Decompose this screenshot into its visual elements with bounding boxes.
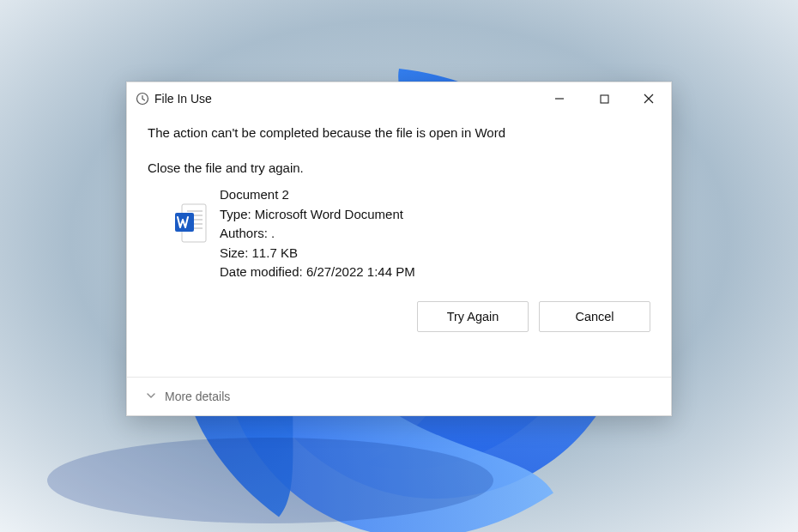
titlebar: File In Use (127, 82, 671, 115)
chevron-down-icon (146, 390, 156, 403)
svg-rect-3 (601, 95, 608, 103)
close-button[interactable] (626, 82, 671, 115)
dialog-body: The action can't be completed because th… (127, 115, 671, 377)
button-row: Try Again Cancel (148, 301, 650, 332)
file-details: Document 2 Type: Microsoft Word Document… (220, 185, 415, 282)
file-in-use-dialog: File In Use The action can't be complete… (126, 82, 672, 416)
try-again-button[interactable]: Try Again (417, 301, 529, 332)
message-main: The action can't be completed because th… (148, 125, 650, 140)
more-details-label: More details (165, 390, 230, 403)
file-authors-line: Authors: . (220, 224, 415, 244)
cancel-button[interactable]: Cancel (539, 301, 650, 332)
clock-history-icon (136, 92, 149, 106)
minimize-icon (554, 94, 565, 104)
file-type-line: Type: Microsoft Word Document (220, 205, 415, 225)
minimize-button[interactable] (537, 82, 582, 115)
maximize-icon (600, 94, 609, 104)
close-icon (644, 94, 654, 104)
word-document-icon (173, 203, 208, 244)
file-modified-line: Date modified: 6/27/2022 1:44 PM (220, 263, 415, 282)
file-info-row: Document 2 Type: Microsoft Word Document… (148, 185, 650, 282)
dialog-title: File In Use (154, 92, 212, 106)
more-details-toggle[interactable]: More details (127, 377, 671, 415)
window-controls (537, 82, 671, 114)
svg-point-1 (47, 438, 493, 523)
file-size-line: Size: 11.7 KB (220, 244, 415, 263)
file-name: Document 2 (220, 185, 415, 205)
message-sub: Close the file and try again. (148, 160, 650, 175)
maximize-button[interactable] (582, 82, 626, 115)
